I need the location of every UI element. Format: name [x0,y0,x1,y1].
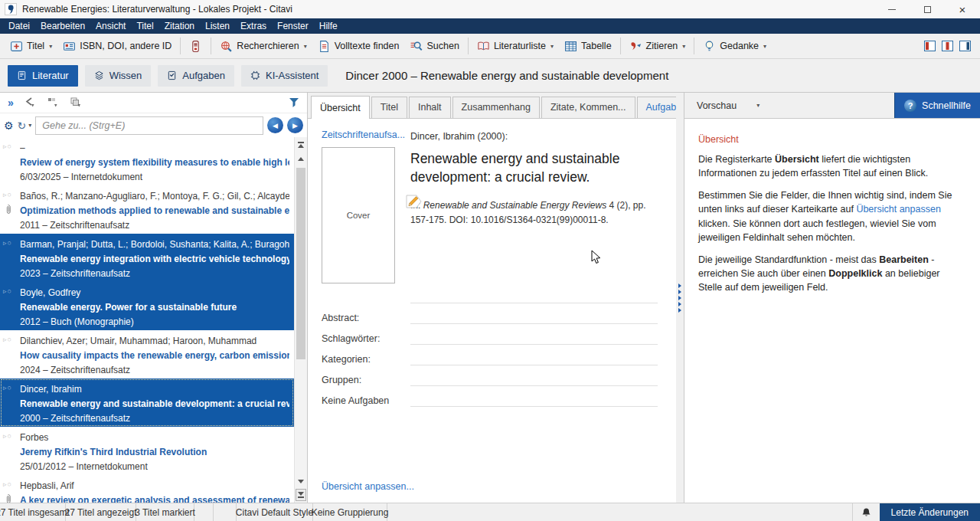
restore-icon [924,6,931,13]
restore-button[interactable] [910,0,945,18]
status-citation-style[interactable]: Citavi Default Style [237,503,313,521]
keywords-field[interactable] [410,324,658,345]
reference-list-item[interactable]: ▹○ Baños, R.; Manzano-Agugliaro, F.; Mon… [0,185,294,234]
caret-down-icon[interactable]: ▾ [756,102,760,109]
tab-zitate[interactable]: Zitate, Kommen... [541,97,635,118]
refresh-icon[interactable]: ↻ [18,120,27,131]
layout-left-panel-icon[interactable] [924,41,936,51]
reference-list-item[interactable]: ▹○ Forbes Jeremy Rifkin's Third Industri… [0,427,294,475]
go-back-title-icon[interactable] [24,97,37,108]
tab-literatur[interactable]: Literatur [8,65,78,87]
tab-aufgaben[interactable]: Aufgaben [158,65,234,87]
schnellhilfe-button[interactable]: ? Schnellhilfe [894,93,980,118]
layout-middle-panel-icon[interactable] [942,41,953,51]
item-authors: Boyle, Godfrey [20,286,289,300]
caret-down-icon: ▾ [49,43,52,50]
new-title-button[interactable]: Titel ▾ [5,36,57,56]
selected-reference-title: Dincer 2000 – Renewable energy and susta… [345,69,668,82]
groups-field[interactable] [410,365,658,386]
menu-item-datei[interactable]: Datei [3,18,35,34]
caret-down-icon[interactable]: ▾ [28,122,31,129]
circle-marker-icon: ○ [8,143,12,150]
vorschau-dropdown[interactable]: Vorschau [684,100,737,111]
volltexte-finden-button[interactable]: Volltexte finden [312,36,405,56]
close-button[interactable]: × [945,0,980,18]
navigate-forward-button[interactable]: ▶ [287,117,303,133]
reference-list-item[interactable]: ▹○ Dilanchiev, Azer; Umair, Muhammad; Ha… [0,330,294,378]
scrollbar-thumb[interactable] [296,168,305,359]
minimize-button[interactable] [874,0,910,18]
menu-item-titel[interactable]: Titel [131,18,158,34]
tasks-field[interactable] [410,386,658,407]
back-arrow-icon: ◀ [273,122,278,129]
window-title: Renewable Energies: Literaturverwaltung … [22,4,874,15]
customize-overview-link[interactable]: Übersicht anpassen... [322,481,414,492]
menu-item-fenster[interactable]: Fenster [272,18,314,34]
cover-placeholder[interactable]: Cover [322,147,395,283]
navigate-back-button[interactable]: ◀ [267,117,283,133]
document-type-link[interactable]: Zeitschriftenaufsa... [322,129,405,140]
question-mark-icon: ? [904,100,916,112]
panel-splitter[interactable] [676,93,684,503]
toolbar-separator [180,38,181,54]
caret-down-icon: ▾ [682,43,685,50]
tab-zusammenhang[interactable]: Zusammenhang [452,97,540,118]
circle-marker-icon: ○ [8,480,12,488]
add-title-icon [10,40,23,53]
tab-wissen[interactable]: Wissen [85,65,152,87]
scroll-up-button[interactable] [296,152,306,165]
filter-icon[interactable] [289,97,299,108]
layout-buttons [924,41,971,51]
sort-filter-icon[interactable] [47,97,60,108]
categories-field[interactable] [410,345,658,365]
gedanke-button[interactable]: Gedanke ▾ [697,36,772,56]
edit-pencil-icon[interactable] [405,192,423,211]
list-scrollbar[interactable] [294,137,307,503]
scroll-to-last-button[interactable] [296,489,306,501]
status-shown-titles: 27 Titel angezeigt [66,503,136,521]
abstract-field[interactable] [410,303,658,324]
tabelle-button[interactable]: Tabelle [559,36,617,56]
tab-inhalt[interactable]: Inhalt [409,97,451,118]
menu-item-ansicht[interactable]: Ansicht [90,18,131,34]
menu-item-extras[interactable]: Extras [235,18,272,34]
notifications-cell[interactable] [852,503,880,521]
expand-columns-icon[interactable]: » [8,97,14,109]
reference-list-item[interactable]: ▹○ Hepbasli, Arif A key review on exerge… [0,475,294,503]
menu-item-listen[interactable]: Listen [200,18,235,34]
item-authors: Dincer, Ibrahim [20,382,289,397]
item-meta: 25/01/2012 – Internetdokument [20,460,289,474]
goto-search-input[interactable] [35,116,263,135]
barcode-scanner-button[interactable] [184,36,207,56]
paperclip-icon [5,204,11,215]
reference-source: In: Renewable and Sustainable Energy Rev… [410,198,655,227]
reference-list-item-focused[interactable]: ▹○ Dincer, Ibrahim Renewable energy and … [0,378,294,427]
literature-icon [17,70,27,80]
reference-list-item-selected[interactable]: ▹○ Barman, Pranjal; Dutta, L.; Bordoloi,… [0,234,294,282]
recherchieren-button[interactable]: Recherchieren ▾ [214,36,312,56]
empty-field-line[interactable] [410,291,658,303]
tab-uebersicht[interactable]: Übersicht [311,96,370,119]
uebersicht-anpassen-link[interactable]: Übersicht anpassen [856,204,940,215]
reference-list-item-selected[interactable]: ▹○ Boyle, Godfrey Renewable energy. Powe… [0,282,294,330]
zitieren-button[interactable]: Zitieren ▾ [624,36,691,56]
tab-ki-assistent[interactable]: KI-Assistent [241,65,328,87]
isbn-doi-button[interactable]: ISBN, DOI, andere ID [57,36,177,56]
literaturliste-button[interactable]: Literaturliste ▾ [472,36,559,56]
suchen-button[interactable]: Suchen [404,36,464,56]
tab-titel[interactable]: Titel [371,97,407,118]
field-label-kategorien: Kategorien: [322,354,410,365]
status-grouping[interactable]: Keine Gruppierung [313,503,387,521]
last-changes-button[interactable]: Letzte Änderungen [880,503,980,521]
menu-item-bearbeiten[interactable]: Bearbeiten [35,18,90,34]
column-picker-icon[interactable] [70,97,83,108]
menu-item-hilfe[interactable]: Hilfe [314,18,343,34]
layout-right-panel-icon[interactable] [959,41,971,51]
item-title: Optimization methods applied to renewabl… [20,204,289,218]
scroll-to-first-button[interactable] [296,139,306,151]
gear-icon[interactable]: ⚙ [4,120,14,131]
reference-list-item[interactable]: ▹○ – Review of energy system flexibility… [0,137,294,185]
menu-item-zitation[interactable]: Zitation [159,18,200,34]
scroll-down-button[interactable] [296,475,306,487]
circle-marker-icon: ○ [8,336,12,343]
